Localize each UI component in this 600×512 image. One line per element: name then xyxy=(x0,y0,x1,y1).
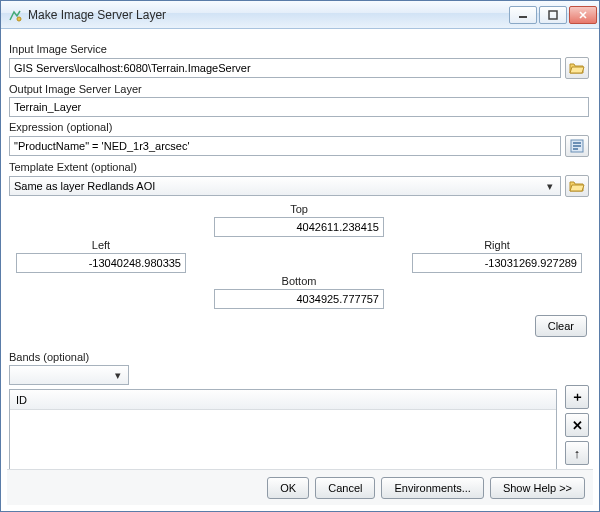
bands-list-body xyxy=(10,410,556,469)
svg-rect-5 xyxy=(573,145,581,147)
bands-side-buttons: ＋ ✕ ↑ ↓ xyxy=(565,385,589,469)
dialog-window: Make Image Server Layer Input Image Serv… xyxy=(0,0,600,512)
x-icon: ✕ xyxy=(572,418,583,433)
form-scroll[interactable]: Input Image Service Output Image Server … xyxy=(7,35,593,469)
output-layer-label: Output Image Server Layer xyxy=(9,83,589,95)
output-layer-field[interactable] xyxy=(9,97,589,117)
add-band-button[interactable]: ＋ xyxy=(565,385,589,409)
extent-right-field[interactable] xyxy=(412,253,582,273)
environments-button[interactable]: Environments... xyxy=(381,477,483,499)
template-extent-value: Same as layer Redlands AOI xyxy=(14,180,155,192)
move-band-up-button[interactable]: ↑ xyxy=(565,441,589,465)
bands-combo[interactable]: ▾ xyxy=(9,365,129,385)
window-controls xyxy=(507,6,597,24)
extent-bottom-field[interactable] xyxy=(214,289,384,309)
svg-point-0 xyxy=(17,17,21,21)
svg-rect-6 xyxy=(573,148,578,150)
browse-extent-button[interactable] xyxy=(565,175,589,197)
bands-list-header: ID xyxy=(10,390,556,410)
ok-button[interactable]: OK xyxy=(267,477,309,499)
show-help-button[interactable]: Show Help >> xyxy=(490,477,585,499)
extent-top-field[interactable] xyxy=(214,217,384,237)
close-button[interactable] xyxy=(569,6,597,24)
template-extent-label: Template Extent (optional) xyxy=(9,161,589,173)
expression-field[interactable] xyxy=(9,136,561,156)
folder-open-icon xyxy=(569,179,585,193)
bands-list[interactable]: ID ⋯ xyxy=(9,389,557,469)
button-bar: OK Cancel Environments... Show Help >> xyxy=(7,469,593,505)
input-image-service-field[interactable] xyxy=(9,58,561,78)
remove-band-button[interactable]: ✕ xyxy=(565,413,589,437)
maximize-button[interactable] xyxy=(539,6,567,24)
window-title: Make Image Server Layer xyxy=(28,8,507,22)
extent-top-label: Top xyxy=(290,203,308,215)
expression-label: Expression (optional) xyxy=(9,121,589,133)
svg-rect-4 xyxy=(573,142,581,144)
chevron-down-icon: ▾ xyxy=(110,367,126,383)
svg-rect-1 xyxy=(519,16,527,18)
chevron-down-icon: ▾ xyxy=(542,178,558,194)
input-image-service-label: Input Image Service xyxy=(9,43,589,55)
clear-extent-button[interactable]: Clear xyxy=(535,315,587,337)
template-extent-select[interactable]: Same as layer Redlands AOI ▾ xyxy=(9,176,561,196)
svg-rect-2 xyxy=(549,11,557,19)
app-icon xyxy=(7,7,23,23)
extent-right-label: Right xyxy=(484,239,510,251)
arrow-up-icon: ↑ xyxy=(574,446,581,461)
folder-open-icon xyxy=(569,61,585,75)
sql-builder-button[interactable] xyxy=(565,135,589,157)
bands-label: Bands (optional) xyxy=(9,351,589,363)
extent-left-field[interactable] xyxy=(16,253,186,273)
cancel-button[interactable]: Cancel xyxy=(315,477,375,499)
minimize-button[interactable] xyxy=(509,6,537,24)
sql-icon xyxy=(569,138,585,154)
extent-bottom-label: Bottom xyxy=(282,275,317,287)
client-area: Input Image Service Output Image Server … xyxy=(1,29,599,511)
title-bar: Make Image Server Layer xyxy=(1,1,599,29)
plus-icon: ＋ xyxy=(571,388,584,406)
extent-left-label: Left xyxy=(92,239,110,251)
extent-group: Top Left Right Bottom xyxy=(9,197,589,347)
browse-input-button[interactable] xyxy=(565,57,589,79)
